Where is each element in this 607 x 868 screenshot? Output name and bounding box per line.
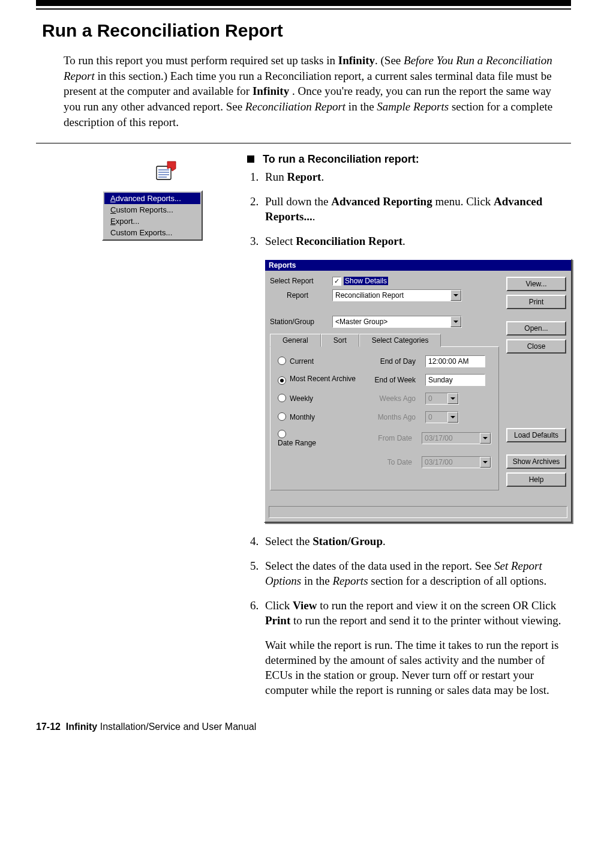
report-combo[interactable]: Reconciliation Report [332, 289, 462, 301]
dropdown-icon[interactable] [450, 316, 461, 327]
page-title: Run a Reconciliation Report [42, 20, 571, 41]
intro-paragraph: To run this report you must perform requ… [64, 53, 571, 130]
radio-most-recent-archive[interactable] [278, 376, 286, 385]
header-thin-rule [36, 8, 571, 10]
tab-select-categories[interactable]: Select Categories [359, 334, 441, 347]
menu-item-export[interactable]: Export... [104, 215, 200, 227]
load-defaults-button[interactable]: Load Defaults [506, 428, 566, 442]
show-details-label: Show Details [344, 277, 388, 285]
print-button[interactable]: Print [506, 295, 566, 309]
step-4: Select the Station/Group. [262, 534, 572, 549]
square-bullet-icon [247, 155, 254, 163]
close-button[interactable]: Close [506, 339, 566, 354]
from-date-label: From Date [365, 434, 412, 442]
view-button[interactable]: View... [506, 277, 566, 291]
weeks-ago-label: Weeks Ago [369, 394, 416, 403]
menu-item-custom-reports[interactable]: Custom Reports... [104, 204, 200, 215]
dialog-statusbar [269, 506, 567, 518]
dropdown-icon [480, 433, 491, 444]
reports-dialog: Reports Select Report ✓ Show Details [264, 259, 572, 523]
show-archives-button[interactable]: Show Archives [506, 454, 566, 469]
radio-current[interactable] [278, 357, 286, 365]
menu-item-custom-exports[interactable]: Custom Exports... [104, 227, 200, 238]
report-label: Report [270, 291, 327, 300]
to-date-combo: 03/17/00 [422, 456, 491, 468]
radio-weekly[interactable] [278, 394, 286, 402]
end-of-day-input[interactable]: 12:00:00 AM [425, 355, 485, 367]
radio-monthly[interactable] [278, 412, 286, 421]
tab-general[interactable]: General [270, 334, 321, 347]
step-6: Click View to run the report and view it… [262, 598, 572, 628]
select-report-label: Select Report [270, 277, 327, 285]
weeks-ago-combo: 0 [425, 393, 459, 405]
menu-item-advanced-reports[interactable]: Advanced Reports... [104, 193, 200, 204]
from-date-combo: 03/17/00 [422, 432, 491, 444]
radio-date-range[interactable] [278, 430, 286, 438]
show-details-checkbox[interactable]: ✓ [332, 277, 341, 286]
station-group-combo[interactable]: <Master Group> [332, 316, 462, 328]
end-of-week-input[interactable]: Sunday [425, 374, 485, 386]
dropdown-icon [447, 412, 458, 423]
months-ago-combo: 0 [425, 411, 459, 423]
help-button[interactable]: Help [506, 472, 566, 487]
dropdown-icon[interactable] [450, 290, 461, 301]
end-of-day-label: End of Day [369, 357, 416, 366]
section-separator [36, 143, 571, 143]
station-group-label: Station/Group [270, 318, 327, 326]
wait-note-paragraph: Wait while the report is run. The time i… [265, 637, 572, 698]
procedure-heading: To run a Reconciliation report: [247, 153, 572, 166]
step-5: Select the dates of the data used in the… [262, 558, 572, 588]
general-tab-panel: Current End of Day 12:00:00 AM Most Rece… [270, 346, 499, 490]
step-2: Pull down the Advanced Reporting menu. C… [262, 194, 572, 224]
dropdown-icon [480, 457, 491, 468]
header-black-bar [36, 0, 571, 6]
months-ago-label: Months Ago [369, 413, 416, 421]
dropdown-icon [447, 393, 458, 404]
tab-sort[interactable]: Sort [321, 334, 359, 347]
open-button[interactable]: Open... [506, 321, 566, 336]
step-1: Run Report. [262, 169, 572, 184]
to-date-label: To Date [365, 458, 412, 466]
context-menu: Advanced Reports... Custom Reports... Ex… [102, 190, 203, 241]
step-3: Select Reconciliation Report. [262, 234, 572, 249]
dialog-titlebar: Reports [265, 260, 571, 271]
end-of-week-label: End of Week [369, 376, 416, 384]
note-icon [102, 159, 228, 185]
page-footer: 17-12 Infinity Installation/Service and … [36, 722, 571, 732]
